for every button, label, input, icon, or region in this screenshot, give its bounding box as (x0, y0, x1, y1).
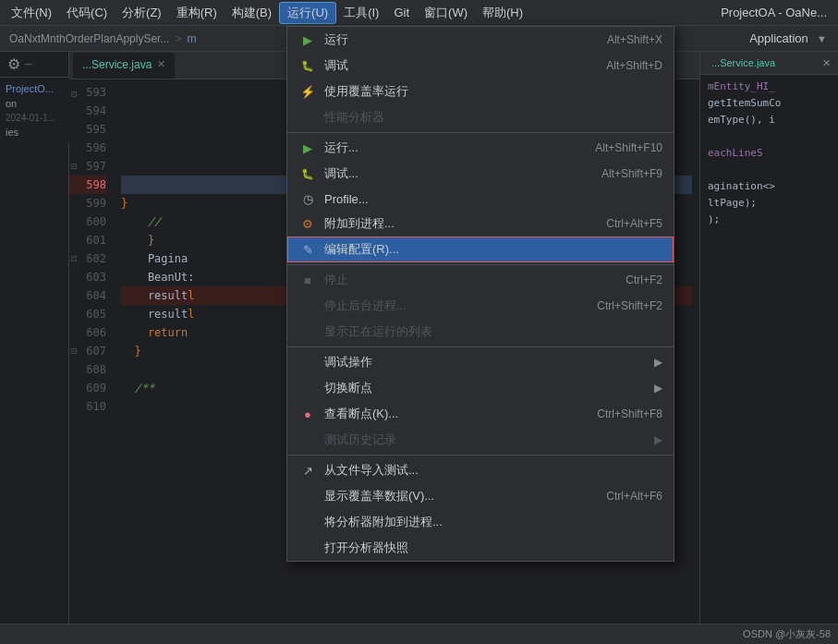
menu-view-bp-item[interactable]: ● 查看断点(K)... Ctrl+Shift+F8 (287, 401, 674, 427)
show-running-label: 显示正在运行的列表 (324, 323, 662, 340)
arrow-icon-607: ⊡ (71, 342, 77, 360)
linenum-608: 608 (69, 360, 106, 379)
breadcrumb-app[interactable]: Application ▼ (747, 31, 829, 45)
menu-build[interactable]: 构建(B) (225, 3, 279, 23)
profiler-icon (298, 110, 317, 125)
menu-analyze[interactable]: 分析(Z) (115, 3, 169, 23)
menu-sep-1 (287, 132, 674, 133)
attach-icon: ⚙ (298, 216, 317, 231)
attach-profiler-label: 将分析器附加到进程... (324, 514, 662, 530)
menu-show-coverage-item[interactable]: 显示覆盖率数据(V)... Ctrl+Alt+F6 (287, 483, 674, 509)
linenum-610: 610 (69, 397, 106, 416)
debug-actions-arrow: ▶ (654, 356, 662, 369)
menu-git[interactable]: Git (386, 4, 417, 21)
right-code-6 (708, 162, 831, 178)
test-history-arrow: ▶ (654, 433, 662, 446)
status-bar: OSDN @小灰灰-58 (0, 624, 838, 644)
menu-test-history-item: 测试历史记录 ▶ (287, 427, 674, 453)
stop-label: 停止 (324, 272, 611, 288)
tree-item-on[interactable]: on (2, 96, 67, 111)
left-sidebar: ⚙ − ProjectO... on 2024-01-1... ies (0, 52, 69, 644)
menu-code[interactable]: 代码(C) (59, 3, 115, 23)
gear-icon[interactable]: ⚙ (7, 55, 20, 73)
menu-debug2-item[interactable]: 🐛 调试... Alt+Shift+F9 (287, 161, 674, 187)
minus-icon[interactable]: − (24, 56, 32, 73)
right-panel-close-btn[interactable]: ✕ (822, 57, 831, 69)
debug2-icon: 🐛 (298, 166, 317, 181)
linenum-593: ⊡ 593 (69, 83, 106, 102)
menu-attach-profiler-item[interactable]: 将分析器附加到进程... (287, 509, 674, 535)
linenum-607: ⊡ 607 (69, 342, 106, 360)
attach-shortcut: Ctrl+Alt+F5 (606, 217, 662, 230)
menu-sep-3 (287, 346, 674, 347)
line-numbers: ⊡ 593 594 595 596 ⊡ 597 598 599 600 601 … (69, 79, 114, 644)
right-code-7: agination<> (708, 178, 831, 195)
menu-import-test-item[interactable]: ↗ 从文件导入测试... (287, 457, 674, 483)
run-shortcut: Alt+Shift+X (607, 33, 662, 46)
linenum-606: 606 (69, 323, 106, 342)
menu-run2-item[interactable]: ▶ 运行... Alt+Shift+F10 (287, 135, 674, 161)
debug2-shortcut: Alt+Shift+F9 (601, 167, 662, 180)
menu-run[interactable]: 运行(U) (279, 2, 336, 24)
menu-profile-item[interactable]: ◷ Profile... (287, 187, 674, 211)
coverage-icon: ⚡ (298, 84, 317, 99)
menu-toggle-bp-item[interactable]: 切换断点 ▶ (287, 375, 674, 401)
menu-open-profiler-item[interactable]: 打开分析器快照 (287, 535, 674, 561)
project-tree: ProjectO... on 2024-01-1... ies (0, 78, 69, 143)
open-profiler-icon (298, 541, 317, 555)
profile-label: Profile... (324, 192, 662, 206)
debug-actions-icon (298, 355, 317, 370)
menu-help[interactable]: 帮助(H) (475, 3, 530, 23)
run2-shortcut: Alt+Shift+F10 (595, 141, 662, 154)
show-running-icon (298, 324, 317, 339)
menu-tools[interactable]: 工具(I) (336, 3, 386, 23)
menu-stop-item: ■ 停止 Ctrl+F2 (287, 267, 674, 293)
gear-area: ⚙ − (0, 52, 68, 78)
tree-item-projectoa[interactable]: ProjectO... (2, 81, 67, 96)
view-bp-shortcut: Ctrl+Shift+F8 (597, 407, 662, 420)
debug-shortcut: Alt+Shift+D (606, 59, 662, 72)
show-coverage-icon (298, 489, 317, 504)
right-code-8: ltPage); (708, 195, 831, 212)
right-panel-service-link[interactable]: ...Service.java (708, 55, 779, 70)
status-right: OSDN @小灰灰-58 (743, 627, 831, 641)
menu-attach-item[interactable]: ⚙ 附加到进程... Ctrl+Alt+F5 (287, 211, 674, 237)
right-code-5: eachLineS (708, 145, 831, 162)
linenum-596: 596 (69, 139, 106, 157)
app-label: Application (749, 31, 808, 45)
menu-run-item[interactable]: ▶ 运行 Alt+Shift+X (287, 27, 674, 53)
debug-actions-label: 调试操作 (324, 354, 650, 371)
tab-close-btn[interactable]: ✕ (157, 58, 165, 70)
menu-window[interactable]: 窗口(W) (417, 3, 475, 23)
show-coverage-shortcut: Ctrl+Alt+F6 (606, 490, 662, 503)
stop-bg-shortcut: Ctrl+Shift+F2 (597, 299, 662, 312)
right-code-2: getItemSumCo (708, 95, 831, 112)
run2-icon: ▶ (298, 140, 317, 155)
menu-show-running-item: 显示正在运行的列表 (287, 319, 674, 345)
edit-config-icon: ✎ (298, 242, 317, 257)
app-dropdown-arrow[interactable]: ▼ (817, 33, 827, 44)
right-code-4 (708, 128, 831, 145)
tree-item-ies[interactable]: ies (2, 125, 67, 140)
run-menu[interactable]: ▶ 运行 Alt+Shift+X 🐛 调试 Alt+Shift+D ⚡ 使用覆盖… (286, 26, 674, 562)
profiler-label: 性能分析器 (324, 109, 662, 126)
tab-service-java[interactable]: ...Service.java ✕ (73, 53, 175, 79)
right-code-3: emType(), i (708, 112, 831, 128)
linenum-602: ⊡ 602 (69, 249, 106, 268)
menu-edit-config-item[interactable]: ✎ 编辑配置(R)... (287, 237, 674, 262)
import-test-icon: ↗ (298, 463, 317, 478)
view-bp-label: 查看断点(K)... (324, 406, 582, 422)
right-code-1: mEntity_HI_ (708, 79, 831, 95)
linenum-599: 599 (69, 194, 106, 213)
menu-coverage-item[interactable]: ⚡ 使用覆盖率运行 (287, 79, 674, 104)
view-bp-icon: ● (298, 407, 317, 421)
menu-debug-actions-item[interactable]: 调试操作 ▶ (287, 349, 674, 375)
stop-bg-label: 停止后台进程... (324, 298, 582, 314)
import-test-label: 从文件导入测试... (324, 462, 662, 479)
debug2-label: 调试... (324, 165, 587, 182)
menu-refactor[interactable]: 重构(R) (169, 3, 225, 23)
menu-file[interactable]: 文件(N) (4, 3, 59, 23)
menu-profiler-item: 性能分析器 (287, 104, 674, 130)
menu-debug-item[interactable]: 🐛 调试 Alt+Shift+D (287, 53, 674, 79)
debug-icon: 🐛 (298, 58, 317, 73)
